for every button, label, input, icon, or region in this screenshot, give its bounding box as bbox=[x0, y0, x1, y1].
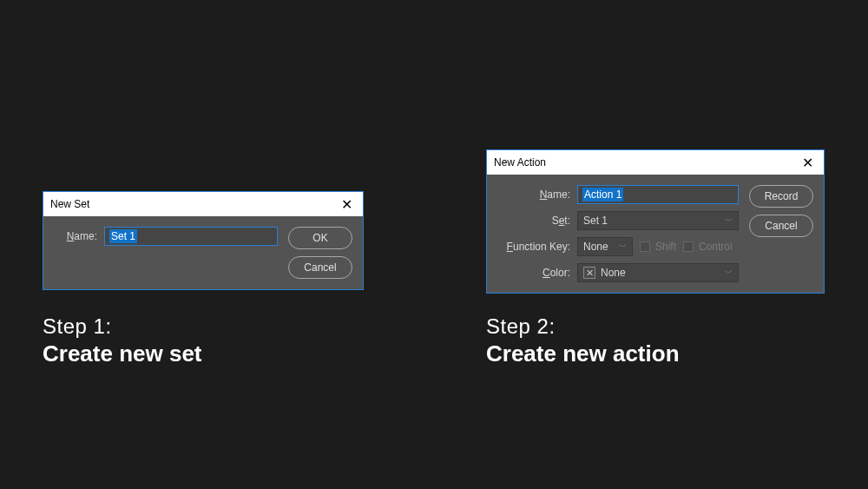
fnkey-select[interactable]: None ﹀ bbox=[577, 237, 633, 256]
color-select[interactable]: ✕ None ﹀ bbox=[577, 263, 739, 282]
name-label: Name: bbox=[497, 188, 570, 201]
name-row: Name: Action 1 bbox=[497, 185, 739, 204]
new-set-dialog: New Set ✕ Name: Set 1 OK Cancel bbox=[43, 191, 364, 290]
button-area: OK Cancel bbox=[288, 227, 352, 279]
set-select[interactable]: Set 1 ﹀ bbox=[577, 211, 739, 230]
form-area: Name: Set 1 bbox=[54, 227, 278, 279]
step1-label: Step 1: bbox=[43, 314, 202, 339]
dialog-title: New Action bbox=[494, 156, 546, 169]
chevron-down-icon: ﹀ bbox=[725, 268, 733, 279]
set-value: Set 1 bbox=[583, 215, 608, 227]
color-row: Color: ✕ None ﹀ bbox=[497, 263, 739, 282]
fnkey-label: Function Key: bbox=[497, 241, 570, 253]
step2-caption: Step 2: Create new action bbox=[486, 314, 680, 367]
chevron-down-icon: ﹀ bbox=[725, 215, 733, 227]
dialog-body: Name: Set 1 OK Cancel bbox=[43, 216, 363, 289]
ok-button[interactable]: OK bbox=[288, 227, 352, 249]
chevron-down-icon: ﹀ bbox=[619, 241, 627, 253]
cancel-button[interactable]: Cancel bbox=[749, 215, 813, 237]
button-area: Record Cancel bbox=[749, 185, 813, 282]
titlebar[interactable]: New Action ✕ bbox=[487, 150, 824, 175]
control-checkbox-group[interactable]: Control bbox=[683, 241, 733, 253]
step2-desc: Create new action bbox=[486, 340, 680, 367]
close-icon[interactable]: ✕ bbox=[799, 155, 817, 171]
form-area: Name: Action 1 Set: Set 1 ﹀ Function Key… bbox=[497, 185, 739, 282]
name-input[interactable]: Set 1 bbox=[104, 227, 278, 246]
cancel-button[interactable]: Cancel bbox=[288, 256, 352, 279]
step2-label: Step 2: bbox=[486, 314, 680, 339]
fnkey-row: Function Key: None ﹀ Shift Control bbox=[497, 237, 739, 256]
color-swatch-none: ✕ bbox=[583, 267, 595, 279]
step1-caption: Step 1: Create new set bbox=[43, 314, 202, 367]
dialog-body: Name: Action 1 Set: Set 1 ﹀ Function Key… bbox=[487, 175, 824, 293]
name-input[interactable]: Action 1 bbox=[577, 185, 739, 204]
name-value: Set 1 bbox=[109, 229, 137, 243]
shift-checkbox-group[interactable]: Shift bbox=[640, 241, 676, 253]
dialog-title: New Set bbox=[50, 198, 89, 210]
shift-label: Shift bbox=[655, 241, 676, 253]
titlebar[interactable]: New Set ✕ bbox=[43, 192, 363, 216]
color-value: None bbox=[601, 267, 626, 279]
fnkey-value: None bbox=[583, 241, 608, 253]
new-action-dialog: New Action ✕ Name: Action 1 Set: Set 1 ﹀… bbox=[486, 149, 825, 294]
color-label: Color: bbox=[497, 267, 570, 279]
name-value: Action 1 bbox=[582, 188, 623, 202]
close-icon[interactable]: ✕ bbox=[338, 196, 356, 213]
step1-desc: Create new set bbox=[43, 340, 202, 367]
shift-checkbox[interactable] bbox=[640, 241, 650, 252]
set-row: Set: Set 1 ﹀ bbox=[497, 211, 739, 230]
control-checkbox[interactable] bbox=[683, 241, 694, 252]
set-label: Set: bbox=[497, 215, 570, 227]
name-label: Name: bbox=[54, 230, 97, 242]
control-label: Control bbox=[699, 241, 733, 253]
name-row: Name: Set 1 bbox=[54, 227, 278, 246]
record-button[interactable]: Record bbox=[749, 185, 813, 208]
